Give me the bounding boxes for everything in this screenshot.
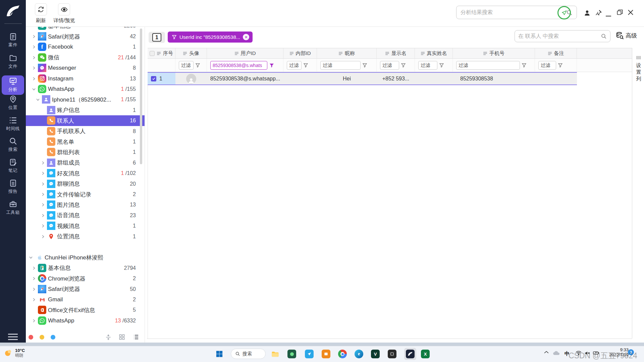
column-menu-icon[interactable] xyxy=(234,52,239,55)
chevron-right-icon[interactable] xyxy=(41,214,45,218)
send-feedback-icon[interactable] xyxy=(557,6,571,19)
chevron-right-icon[interactable] xyxy=(41,203,45,207)
taskbar-weather[interactable]: 10°C晴朗 xyxy=(3,348,25,358)
tree-item[interactable]: 位置消息1 xyxy=(26,231,145,242)
tree-item[interactable]: 黑名单1 xyxy=(26,136,145,147)
chevron-right-icon[interactable] xyxy=(32,266,36,270)
table-search-input[interactable]: 在 联系人 中搜索 xyxy=(515,30,610,42)
chevron-right-icon[interactable] xyxy=(32,277,36,281)
row-cell[interactable] xyxy=(535,72,577,85)
advanced-search-button[interactable]: 高级 xyxy=(616,32,637,40)
chevron-down-icon[interactable] xyxy=(29,255,33,259)
column-header-昵称[interactable]: 昵称 xyxy=(317,48,377,59)
funnel-icon[interactable] xyxy=(269,63,274,68)
tree-item[interactable]: i基本信息2794 xyxy=(26,263,145,274)
sidebar-item-analysis[interactable]: 分析 xyxy=(0,77,26,93)
chevron-right-icon[interactable] xyxy=(41,192,45,196)
chevron-right-icon[interactable] xyxy=(41,235,45,239)
row-cell[interactable] xyxy=(415,72,453,85)
traffic-dot[interactable] xyxy=(29,335,33,340)
refresh-button[interactable] xyxy=(35,3,47,15)
taskbar-app-chrome[interactable] xyxy=(338,349,347,359)
row-cell[interactable]: +852 593... xyxy=(377,72,415,85)
taskbar-app-app-blue[interactable] xyxy=(305,349,314,359)
pin-icon[interactable] xyxy=(595,9,602,17)
funnel-icon[interactable] xyxy=(558,63,563,68)
taskbar-app-app-orange[interactable] xyxy=(321,349,331,359)
chevron-down-icon[interactable] xyxy=(36,98,40,102)
sidebar-item-search[interactable]: 搜索 xyxy=(0,137,26,153)
select-all-checkbox[interactable] xyxy=(150,51,155,56)
minimize-button[interactable] xyxy=(605,12,611,18)
funnel-icon[interactable] xyxy=(303,63,308,68)
tree-item[interactable]: Safari浏览器42 xyxy=(26,31,145,42)
tree-item[interactable]: 文件传输记录2 xyxy=(26,189,145,200)
filter-input[interactable]: 过滤 xyxy=(320,61,361,70)
taskbar-app-windows-start[interactable] xyxy=(215,349,224,359)
chevron-right-icon[interactable] xyxy=(32,35,36,39)
taskbar-app-app-v[interactable]: V xyxy=(371,349,380,359)
row-cell[interactable]: Hei xyxy=(317,72,377,85)
collapse-rows-icon[interactable] xyxy=(105,334,112,342)
sidebar-item-report[interactable]: 报告 xyxy=(0,179,26,194)
tree-item[interactable]: ChunHei iPhone林浚熙 xyxy=(26,252,145,263)
traffic-dot[interactable] xyxy=(51,335,55,340)
filter-input[interactable]: 过滤 xyxy=(538,61,556,70)
sidebar-item-case[interactable]: 案件 xyxy=(0,32,26,48)
row-cell[interactable]: 85259308538 xyxy=(453,72,535,85)
funnel-icon[interactable] xyxy=(522,63,527,68)
chevron-right-icon[interactable] xyxy=(32,56,36,60)
filter-input[interactable]: 过滤 xyxy=(179,61,194,70)
tree-item[interactable]: Iphone11（85259802...1 /155 xyxy=(26,94,145,105)
tree-item[interactable]: Gmail2 xyxy=(26,294,145,305)
tree-item[interactable]: i基本信息2205 xyxy=(26,27,145,31)
column-menu-icon[interactable] xyxy=(385,52,389,55)
tree-item[interactable]: WhatsApp13 /6332 xyxy=(26,315,145,326)
panel-divider[interactable] xyxy=(145,27,145,343)
tree-item[interactable]: 联系人16 xyxy=(26,115,145,126)
funnel-icon[interactable] xyxy=(401,63,406,68)
chevron-right-icon[interactable] xyxy=(32,66,36,70)
chevron-right-icon[interactable] xyxy=(32,298,36,302)
tree-item[interactable]: 账户信息1 xyxy=(26,105,145,116)
column-header-显示名[interactable]: 显示名 xyxy=(377,48,415,59)
taskbar-app-app-dark[interactable] xyxy=(387,349,397,359)
tree-item[interactable]: WhatsApp1 /155 xyxy=(26,84,145,95)
taskbar-app-excel[interactable]: X xyxy=(421,349,430,359)
column-menu-icon[interactable] xyxy=(338,52,343,55)
column-header-真实姓名[interactable]: 真实姓名 xyxy=(415,48,453,59)
chevron-right-icon[interactable] xyxy=(32,319,36,323)
list-view-icon[interactable] xyxy=(132,334,139,342)
tree-item[interactable]: 语音消息23 xyxy=(26,210,145,221)
filter-tag[interactable]: UserId inc "85259308538... ✕ xyxy=(168,32,253,43)
tree-item[interactable]: 群组列表1 xyxy=(26,147,145,158)
chevron-right-icon[interactable] xyxy=(41,182,45,186)
tree-item[interactable]: 微信21 /144 xyxy=(26,52,145,63)
column-header-内部ID[interactable]: 内部ID xyxy=(283,48,317,59)
column-menu-icon[interactable] xyxy=(421,52,425,55)
tree-item[interactable]: 好友消息1 /102 xyxy=(26,168,145,179)
preview-button[interactable] xyxy=(58,3,70,15)
column-settings-strip[interactable]: 设置列 xyxy=(634,55,643,82)
column-menu-icon[interactable] xyxy=(548,52,552,55)
sidebar-item-location[interactable]: 位置 xyxy=(0,95,26,111)
tree-item[interactable]: 群聊消息20 xyxy=(26,179,145,189)
sidebar-item-toolbox[interactable]: 工具箱 xyxy=(0,200,26,216)
taskbar-search[interactable]: 搜索 xyxy=(231,349,266,359)
chevron-right-icon[interactable] xyxy=(32,287,36,291)
filter-input[interactable]: 过滤 xyxy=(287,61,302,70)
row-checkbox[interactable] xyxy=(151,76,156,81)
taskbar-app-app-green[interactable] xyxy=(287,349,297,359)
filter-input[interactable]: 过滤 xyxy=(418,61,437,70)
column-header-头像[interactable]: 头像 xyxy=(175,48,207,59)
chevron-down-icon[interactable] xyxy=(32,87,36,91)
user-icon[interactable] xyxy=(584,9,591,18)
column-menu-icon[interactable] xyxy=(483,52,487,55)
sidebar-item-timeline[interactable]: 时间线 xyxy=(0,116,26,132)
column-header-序号[interactable]: 序号 xyxy=(148,48,175,59)
funnel-icon[interactable] xyxy=(362,63,367,68)
tree-item[interactable]: 视频消息1 xyxy=(26,221,145,231)
column-menu-icon[interactable] xyxy=(157,52,161,55)
chevron-right-icon[interactable] xyxy=(41,161,45,165)
row-cell[interactable] xyxy=(283,72,317,85)
